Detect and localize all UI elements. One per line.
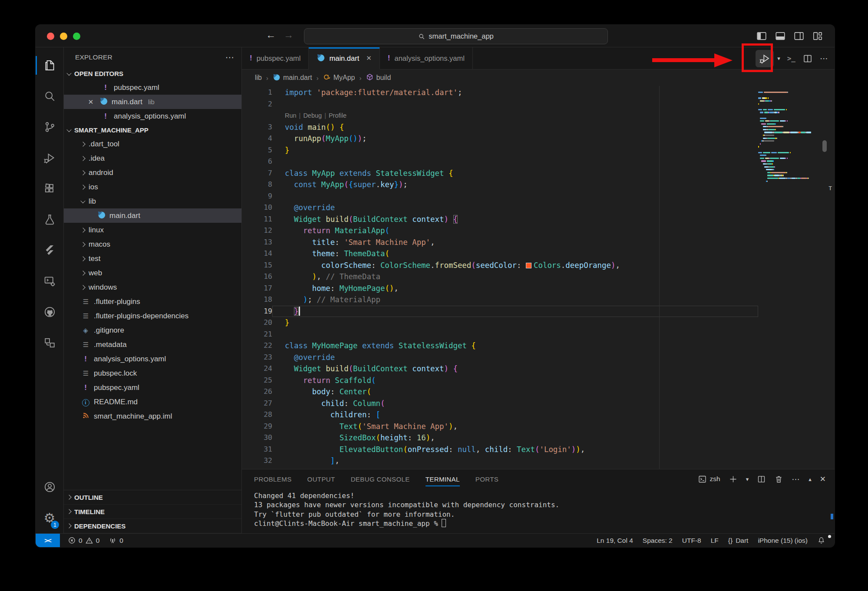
code-line[interactable]: 2 bbox=[242, 99, 758, 110]
tree-item[interactable]: ☰pubspec.lock bbox=[64, 366, 241, 380]
code-line[interactable]: 6 bbox=[242, 156, 758, 168]
code-line[interactable]: 26 body: Center( bbox=[242, 386, 758, 398]
tree-item[interactable]: .idea bbox=[64, 151, 241, 165]
sidebar-section-dependencies[interactable]: DEPENDENCIES bbox=[64, 519, 241, 533]
code-line[interactable]: 11 Widget build(BuildContext context) { bbox=[242, 214, 758, 225]
code-line[interactable]: 25 return Scaffold( bbox=[242, 375, 758, 386]
code-line[interactable]: 24 Widget build(BuildContext context) { bbox=[242, 363, 758, 375]
tree-item[interactable]: ios bbox=[64, 180, 241, 194]
code-line[interactable]: 3void main() { bbox=[242, 122, 758, 133]
activity-source-control-icon[interactable] bbox=[36, 112, 63, 142]
tab-main-dart[interactable]: main.dart✕ bbox=[309, 47, 380, 69]
kill-terminal-icon[interactable] bbox=[774, 475, 783, 484]
scrollbar-thumb[interactable] bbox=[822, 140, 827, 152]
close-panel-icon[interactable]: ✕ bbox=[820, 475, 826, 484]
panel-tab-output[interactable]: OUTPUT bbox=[307, 470, 335, 488]
tree-item[interactable]: android bbox=[64, 165, 241, 180]
remote-indicator[interactable]: >< bbox=[36, 534, 60, 547]
terminal-dropdown-chevron[interactable]: ▾ bbox=[746, 476, 749, 482]
code-editor[interactable]: 1import 'package:flutter/material.dart';… bbox=[242, 86, 758, 469]
panel-tab-terminal[interactable]: TERMINAL bbox=[426, 470, 460, 488]
sidebar-section-timeline[interactable]: TIMELINE bbox=[64, 505, 241, 519]
panel-more-actions[interactable]: ⋯ bbox=[792, 474, 800, 484]
explorer-more-actions[interactable]: ⋯ bbox=[225, 52, 234, 63]
tree-item[interactable]: main.dart bbox=[64, 208, 241, 223]
code-line[interactable]: 17 home: MyHomePage(), bbox=[242, 283, 758, 294]
open-editor-item[interactable]: ✕main.dartlib bbox=[64, 95, 241, 109]
encoding[interactable]: UTF-8 bbox=[677, 537, 706, 545]
zoom-window-button[interactable] bbox=[73, 33, 80, 40]
tree-item[interactable]: iREADME.md bbox=[64, 395, 241, 409]
activity-settings-icon[interactable]: ⚙1 bbox=[36, 502, 63, 533]
code-line[interactable]: 32 ], bbox=[242, 455, 758, 467]
code-line[interactable]: 15 colorScheme: ColorScheme.fromSeed(see… bbox=[242, 260, 758, 271]
maximize-panel-chevron[interactable]: ▴ bbox=[809, 476, 812, 482]
panel-tab-ports[interactable]: PORTS bbox=[475, 470, 498, 488]
toggle-secondary-sidebar-icon[interactable] bbox=[793, 30, 805, 42]
activity-testing-icon[interactable] bbox=[36, 204, 63, 235]
minimize-window-button[interactable] bbox=[60, 33, 67, 40]
new-terminal-icon[interactable] bbox=[729, 475, 738, 484]
code-line[interactable]: 10 @override bbox=[242, 202, 758, 214]
code-line[interactable]: 8 const MyApp({super.key}); bbox=[242, 179, 758, 191]
toggle-primary-sidebar-icon[interactable] bbox=[756, 30, 767, 42]
tree-item[interactable]: ☰.metadata bbox=[64, 337, 241, 352]
code-line[interactable]: 9 bbox=[242, 191, 758, 202]
activity-extensions-icon[interactable] bbox=[36, 173, 63, 204]
code-line[interactable]: 22class MyHomePage extends StatelessWidg… bbox=[242, 340, 758, 352]
code-line[interactable]: 28 children: [ bbox=[242, 409, 758, 421]
customize-layout-icon[interactable] bbox=[812, 30, 823, 42]
activity-run-and-debug-icon[interactable] bbox=[36, 142, 63, 173]
codelens-link[interactable]: Profile bbox=[329, 112, 347, 119]
tree-item[interactable]: ◈.gitignore bbox=[64, 323, 241, 337]
code-line[interactable]: 16 ), // ThemeData bbox=[242, 271, 758, 283]
problems-status[interactable]: 0 0 bbox=[63, 537, 104, 545]
tree-item[interactable]: ☰.flutter-plugins bbox=[64, 294, 241, 309]
tree-item[interactable]: ☰.flutter-plugins-dependencies bbox=[64, 309, 241, 323]
activity-github-icon[interactable] bbox=[36, 297, 63, 327]
minimap[interactable] bbox=[758, 86, 813, 469]
code-line[interactable]: 29 Text('Smart Machine App'), bbox=[242, 421, 758, 433]
tree-item[interactable]: smart_machine_app.iml bbox=[64, 409, 241, 423]
open-editor-item[interactable]: !analysis_options.yaml bbox=[64, 109, 241, 123]
code-line[interactable]: 19 } bbox=[242, 306, 758, 317]
tree-item[interactable]: macos bbox=[64, 237, 241, 251]
code-line[interactable]: 23 @override bbox=[242, 352, 758, 363]
tab-pubspec-yaml[interactable]: !pubspec.yaml bbox=[242, 47, 309, 69]
close-icon[interactable]: ✕ bbox=[86, 98, 95, 106]
notifications-bell[interactable] bbox=[812, 536, 830, 545]
eol[interactable]: LF bbox=[706, 537, 723, 545]
panel-tab-debug-console[interactable]: DEBUG CONSOLE bbox=[351, 470, 410, 488]
language-mode[interactable]: {} Dart bbox=[723, 537, 753, 545]
code-line[interactable]: 30 SizedBox(height: 16), bbox=[242, 432, 758, 444]
activity-remote-explorer-icon[interactable] bbox=[36, 327, 63, 358]
tree-item[interactable]: lib bbox=[64, 194, 241, 208]
panel-tab-problems[interactable]: PROBLEMS bbox=[254, 470, 292, 488]
activity-flutter-icon[interactable] bbox=[36, 235, 63, 266]
cursor-position[interactable]: Ln 19, Col 4 bbox=[592, 537, 638, 545]
more-actions-icon[interactable]: ⋯ bbox=[820, 53, 828, 63]
terminal[interactable]: Changed 41 dependencies!13 packages have… bbox=[242, 489, 835, 533]
close-icon[interactable]: ✕ bbox=[366, 54, 372, 62]
breadcrumb-item[interactable]: main.dart bbox=[273, 73, 312, 83]
breadcrumb-item[interactable]: build bbox=[366, 73, 391, 83]
tree-item[interactable]: web bbox=[64, 266, 241, 280]
tree-item[interactable]: !analysis_options.yaml bbox=[64, 352, 241, 366]
shell-profile[interactable]: zsh bbox=[698, 475, 720, 484]
split-editor-icon[interactable] bbox=[802, 53, 813, 64]
split-terminal-icon[interactable] bbox=[757, 475, 766, 484]
code-line[interactable]: 14 theme: ThemeData( bbox=[242, 248, 758, 260]
code-line[interactable]: 7class MyApp extends StatelessWidget { bbox=[242, 168, 758, 179]
tree-item[interactable]: linux bbox=[64, 223, 241, 237]
run-dropdown-chevron[interactable]: ▾ bbox=[777, 55, 780, 62]
code-line[interactable]: 1import 'package:flutter/material.dart'; bbox=[242, 87, 758, 99]
command-center-search[interactable]: smart_machine_app bbox=[304, 28, 608, 44]
code-line[interactable]: 18 ); // MaterialApp bbox=[242, 294, 758, 306]
terminal-icon[interactable]: >_ bbox=[787, 54, 795, 63]
toggle-panel-icon[interactable] bbox=[775, 30, 786, 42]
tree-item[interactable]: .dart_tool bbox=[64, 137, 241, 151]
indentation[interactable]: Spaces: 2 bbox=[638, 537, 677, 545]
tree-item[interactable]: windows bbox=[64, 280, 241, 294]
codelens-link[interactable]: Debug bbox=[303, 112, 322, 119]
back-button[interactable]: ← bbox=[266, 29, 276, 41]
